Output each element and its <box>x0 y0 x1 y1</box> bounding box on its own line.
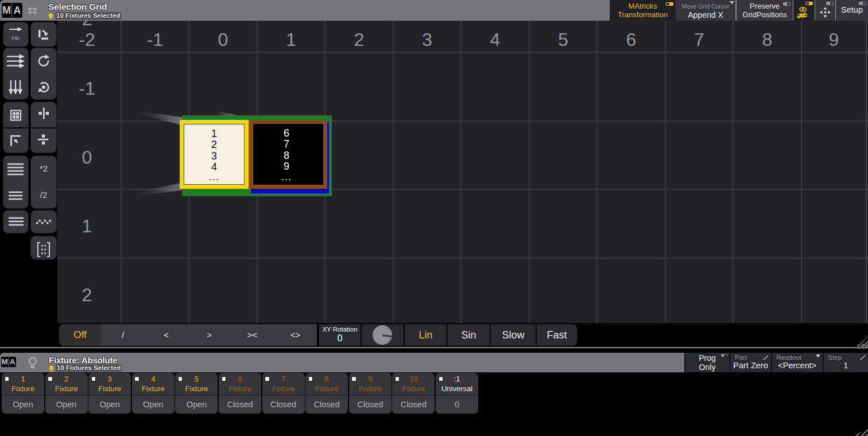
svg-text:FID: FID <box>12 36 20 41</box>
